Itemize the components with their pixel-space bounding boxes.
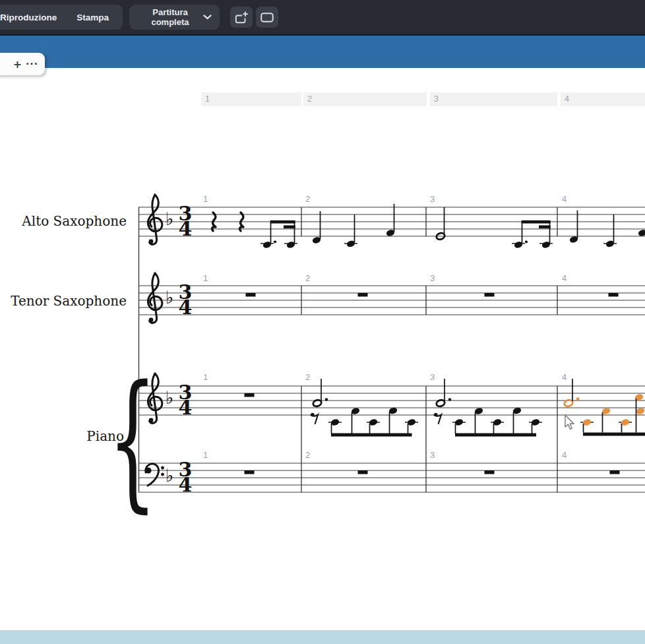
piano-bass-rests[interactable] (245, 470, 620, 474)
instrument-label-alto-sax: Alto Saxophone (21, 213, 127, 229)
instrument-label-tenor-sax: Tenor Saxophone (11, 293, 127, 309)
svg-text:3: 3 (430, 194, 435, 204)
treble-clef-tenor (148, 273, 162, 323)
alto-sax-measure-2[interactable] (312, 204, 396, 248)
score-canvas[interactable]: Alto Saxophone Tenor Saxophone Piano { ♭… (0, 0, 645, 644)
svg-text:4: 4 (179, 217, 193, 240)
svg-text:2: 2 (305, 273, 310, 283)
svg-text:4: 4 (562, 273, 567, 283)
svg-text:4: 4 (562, 450, 567, 460)
svg-text:1: 1 (203, 450, 208, 460)
svg-text:1: 1 (203, 273, 208, 283)
tab-overflow-button[interactable]: ··· (26, 59, 38, 69)
new-window-plus-icon (235, 11, 249, 24)
svg-text:2: 2 (305, 372, 310, 382)
mouse-cursor (565, 415, 574, 429)
staff-lines (138, 207, 645, 492)
time-signature: 3 4 3 4 3 4 3 4 (179, 202, 193, 496)
window-mode-button[interactable] (256, 7, 278, 28)
svg-text:4: 4 (562, 372, 567, 382)
score-view-dropdown[interactable]: Partitura completa (129, 5, 220, 30)
top-toolbar: Riproduzione Stampa Partitura completa (0, 0, 645, 34)
piano-treble-measure-1[interactable] (245, 393, 255, 397)
piano-treble-measure-4-selected[interactable] (563, 379, 645, 436)
window-icon (261, 13, 274, 22)
svg-text:3: 3 (430, 450, 435, 460)
key-signature-flat: ♭ (166, 287, 174, 307)
svg-text:3: 3 (430, 372, 435, 382)
svg-text:2: 2 (305, 194, 310, 204)
print-button[interactable]: Stampa (67, 5, 119, 30)
new-score-tab-button[interactable] (230, 7, 253, 28)
staff-measure-numbers: 1 2 3 4 1 2 3 4 1 2 3 4 1 2 3 4 (203, 194, 567, 460)
app-window: Riproduzione Stampa Partitura completa (0, 0, 645, 644)
svg-text:1: 1 (203, 372, 208, 382)
alto-sax-measure-4[interactable] (569, 204, 645, 248)
svg-text:3: 3 (430, 273, 435, 283)
key-signature-flat: ♭ (166, 387, 174, 408)
alto-sax-measure-1[interactable] (212, 212, 297, 249)
score-tab-bar (0, 34, 645, 68)
svg-text:4: 4 (179, 396, 193, 419)
key-signature-flat: ♭ (166, 209, 174, 229)
bottom-panel-edge (0, 630, 645, 644)
add-tab-button[interactable]: + (13, 58, 22, 71)
svg-text:1: 1 (203, 194, 208, 204)
treble-clef-alto (148, 195, 162, 244)
key-signature-flat: ♭ (166, 465, 174, 486)
piano-brace: { (108, 354, 157, 526)
svg-text:4: 4 (179, 473, 193, 496)
tab-controls: + ··· (0, 53, 45, 75)
svg-text:2: 2 (305, 450, 310, 460)
alto-sax-measure-3[interactable] (435, 207, 553, 249)
svg-text:4: 4 (562, 194, 567, 204)
svg-text:4: 4 (179, 296, 193, 319)
chevron-down-icon (203, 15, 212, 20)
toolbar-button-group: Riproduzione Stampa (0, 5, 123, 30)
barlines (139, 207, 558, 492)
playback-button[interactable]: Riproduzione (0, 5, 67, 30)
score-view-dropdown-label: Partitura completa (137, 7, 203, 27)
